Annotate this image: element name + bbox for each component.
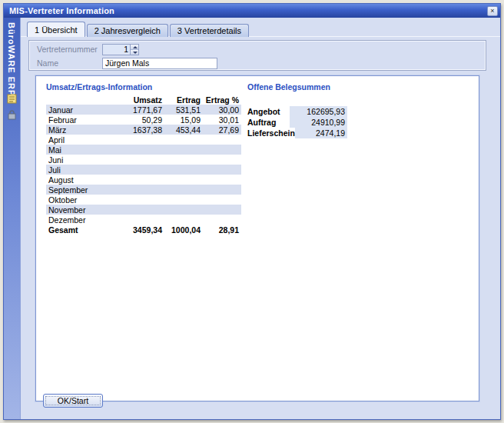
name-row: Name xyxy=(37,57,217,69)
table-row: März 1637,38 453,44 27,69 xyxy=(46,125,241,135)
lock-icon[interactable] xyxy=(6,109,18,121)
mis-vertreter-window: MIS-Vertreter Information × BüroWARE ERP xyxy=(3,3,501,420)
note-icon[interactable] xyxy=(6,93,18,105)
vertreternummer-field xyxy=(102,44,139,55)
vertreternummer-label: Vertreternummer xyxy=(37,45,102,54)
list-item: Lieferschein 2474,19 xyxy=(247,128,347,138)
beleg-value-auftrag: 24910,99 xyxy=(290,117,347,128)
table-row: Oktober xyxy=(46,195,241,205)
total-row: Gesamt 3459,34 1000,04 28,91 xyxy=(46,225,241,235)
vertreternummer-input[interactable] xyxy=(103,45,130,55)
table-row: Februar 50,29 15,09 30,01 xyxy=(46,115,241,125)
table-row: Januar 1771,67 531,51 30,00 xyxy=(46,105,241,115)
col-ertrag-pct: Ertrag % xyxy=(203,95,241,105)
beleg-section-title: Offene Belegsummen xyxy=(247,82,330,92)
vertreter-form: Vertreternummer Name xyxy=(28,40,486,71)
brand-sidebar: BüroWARE ERP xyxy=(4,18,21,419)
beleg-label-angebot: Angebot xyxy=(247,107,290,116)
umsatz-table: Umsatz Ertrag Ertrag % Januar 1771,67 53… xyxy=(46,95,241,235)
beleg-value-angebot: 162695,93 xyxy=(290,106,347,117)
tab-uebersicht[interactable]: 1 Übersicht xyxy=(27,22,85,37)
table-row: Dezember xyxy=(46,215,241,225)
tab-vertreterdetails[interactable]: 3 Vertreterdetails xyxy=(170,24,249,37)
overview-panel: Umsatz/Ertrags-Information Offene Belegs… xyxy=(35,75,479,401)
table-row: Mai xyxy=(46,145,241,155)
name-input[interactable] xyxy=(102,58,217,69)
close-icon[interactable]: × xyxy=(487,6,498,16)
beleg-label-lieferschein: Lieferschein xyxy=(247,128,295,138)
table-row: Juni xyxy=(46,155,241,165)
beleg-label-auftrag: Auftrag xyxy=(247,118,290,127)
vertreternummer-row: Vertreternummer xyxy=(37,43,139,55)
beleg-list: Angebot 162695,93 Auftrag 24910,99 Liefe… xyxy=(247,106,347,138)
brand-vertical-text: BüroWARE ERP xyxy=(7,18,16,96)
titlebar[interactable]: MIS-Vertreter Information × xyxy=(4,4,500,18)
umsatz-header-row: Umsatz Ertrag Ertrag % xyxy=(46,95,241,105)
tab-bar: 1 Übersicht 2 Jahresvergleich 3 Vertrete… xyxy=(27,22,249,37)
col-ertrag: Ertrag xyxy=(164,95,203,105)
table-row: Juli xyxy=(46,165,241,175)
window-title: MIS-Vertreter Information xyxy=(9,6,487,15)
window-content: 1 Übersicht 2 Jahresvergleich 3 Vertrete… xyxy=(21,18,500,419)
table-row: September xyxy=(46,185,241,195)
tab-jahresvergleich[interactable]: 2 Jahresvergleich xyxy=(87,24,168,37)
list-item: Angebot 162695,93 xyxy=(247,106,347,117)
sidebar-icons xyxy=(6,93,18,121)
name-label: Name xyxy=(37,58,102,68)
table-row: August xyxy=(46,175,241,185)
umsatz-section-title: Umsatz/Ertrags-Information xyxy=(46,82,152,92)
ok-start-button[interactable]: OK/Start xyxy=(43,394,103,408)
table-row: November xyxy=(46,205,241,215)
col-month xyxy=(46,95,101,105)
beleg-value-lieferschein: 2474,19 xyxy=(295,128,347,138)
table-row: April xyxy=(46,135,241,145)
list-item: Auftrag 24910,99 xyxy=(247,117,347,128)
col-umsatz: Umsatz xyxy=(101,95,164,105)
vertreternummer-spinner xyxy=(130,45,138,55)
spinner-down-icon[interactable] xyxy=(131,50,138,55)
spinner-up-icon[interactable] xyxy=(131,45,138,50)
